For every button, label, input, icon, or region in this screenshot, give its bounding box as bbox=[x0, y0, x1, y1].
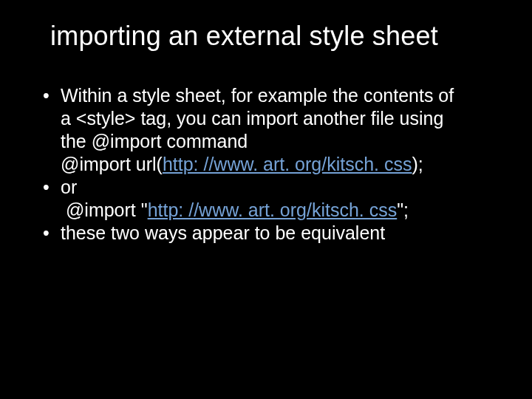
code2-suffix: "; bbox=[397, 200, 409, 220]
bullet1-line3: the @import command bbox=[61, 131, 248, 151]
bullet-item-3: these two ways appear to be equivalent bbox=[40, 222, 495, 245]
bullet-item-2: or bbox=[40, 176, 495, 199]
code2-prefix: @import " bbox=[66, 200, 148, 220]
bullet1-line1: Within a style sheet, for example the co… bbox=[61, 85, 454, 106]
code1-suffix: ); bbox=[412, 154, 423, 174]
bullet1-line2: a <style> tag, you can import another fi… bbox=[61, 108, 443, 129]
code2-link[interactable]: http: //www. art. org/kitsch. css bbox=[148, 200, 398, 220]
slide-body: Within a style sheet, for example the co… bbox=[37, 84, 495, 245]
code-example-1: @import url(http: //www. art. org/kitsch… bbox=[40, 153, 495, 176]
slide: importing an external style sheet Within… bbox=[0, 0, 532, 399]
bullet3-text: these two ways appear to be equivalent bbox=[61, 222, 385, 243]
slide-title: importing an external style sheet bbox=[37, 21, 495, 52]
bullet2-text: or bbox=[61, 177, 77, 197]
bullet-item-1: Within a style sheet, for example the co… bbox=[40, 84, 495, 153]
code1-prefix: @import url( bbox=[61, 154, 163, 174]
code1-link[interactable]: http: //www. art. org/kitsch. css bbox=[163, 154, 412, 174]
code-example-2: @import "http: //www. art. org/kitsch. c… bbox=[40, 199, 495, 222]
